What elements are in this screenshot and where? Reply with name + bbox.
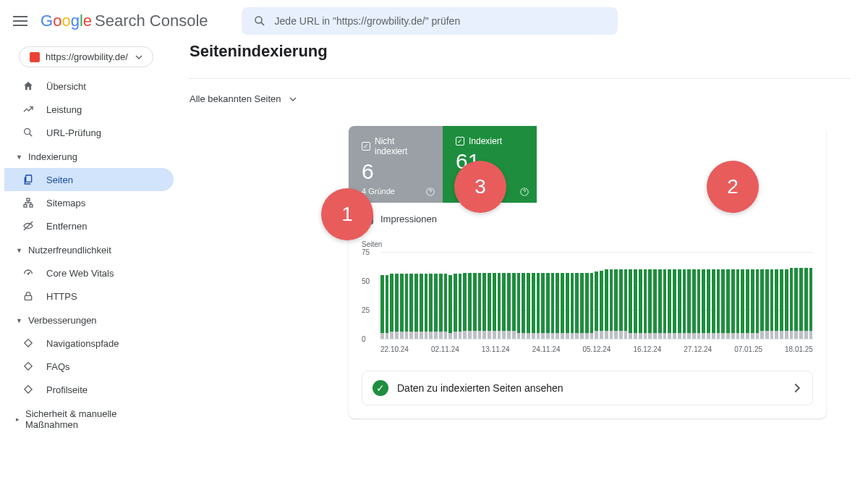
tile-not-indexed[interactable]: ✓Nicht indexiert 6 4 Gründe xyxy=(349,126,443,203)
home-icon xyxy=(22,80,35,92)
chart-bar xyxy=(663,252,668,339)
chart-bar xyxy=(522,252,526,339)
chart-bar xyxy=(751,252,755,339)
url-search-bar[interactable]: Jede URL in "https://growbility.de/" prü… xyxy=(242,7,618,35)
svg-rect-11 xyxy=(25,295,31,300)
tile-indexed[interactable]: ✓Indexiert 61 xyxy=(443,126,537,203)
chart-bar xyxy=(678,252,682,339)
hamburger-menu[interactable] xyxy=(12,12,29,30)
svg-rect-4 xyxy=(26,175,32,182)
section-enh[interactable]: ▼Verbesserungen xyxy=(4,308,174,332)
nav-item--bersicht[interactable]: Übersicht xyxy=(4,75,174,98)
nav-item-seiten[interactable]: Seiten xyxy=(4,168,174,191)
chart-bar xyxy=(502,252,506,339)
logo: Google Search Console xyxy=(41,12,208,30)
svg-point-2 xyxy=(25,129,30,135)
chart-bar xyxy=(575,252,579,339)
nav-item-leistung[interactable]: Leistung xyxy=(4,98,174,121)
chart-bar xyxy=(512,252,516,339)
chart-bar xyxy=(566,252,570,339)
chart-bar xyxy=(537,252,541,339)
nav-item-sitemaps[interactable]: Sitemaps xyxy=(4,191,174,214)
google-logo: Google xyxy=(41,12,92,30)
checkbox-icon: ✓ xyxy=(456,137,464,146)
chart-bar xyxy=(770,252,775,339)
divider xyxy=(188,78,851,79)
chart-bar xyxy=(585,252,590,339)
filter-dropdown[interactable]: Alle bekannten Seiten xyxy=(188,89,298,109)
chart-bar xyxy=(459,252,463,339)
chart-bar xyxy=(799,252,804,339)
chart-bar xyxy=(794,252,799,339)
nav-item-faqs[interactable]: FAQs xyxy=(4,355,174,378)
nav-item-navigationspfade[interactable]: Navigationspfade xyxy=(4,332,174,355)
chart-bar xyxy=(702,252,706,339)
product-name: Search Console xyxy=(95,12,208,30)
chart-bar xyxy=(648,252,652,339)
diamond-icon xyxy=(22,384,35,395)
chart-bar xyxy=(697,252,702,339)
nav-item-core-web-vitals[interactable]: Core Web Vitals xyxy=(4,261,174,285)
chart-bar xyxy=(439,252,443,339)
chart-bar xyxy=(488,252,492,339)
chart-bar xyxy=(624,252,629,339)
triangle-down-icon: ▼ xyxy=(16,317,22,324)
tile-indexed-value: 61 xyxy=(456,149,524,174)
help-icon[interactable] xyxy=(519,187,529,197)
svg-rect-6 xyxy=(24,205,27,207)
help-icon[interactable] xyxy=(425,187,435,197)
nav-item-url-pr-fung[interactable]: URL-Prüfung xyxy=(4,121,174,144)
section-security[interactable]: ▸Sicherheit & manuelle Maßnahmen xyxy=(4,401,174,436)
chart-bar xyxy=(498,252,502,339)
property-selector[interactable]: https://growbility.de/ xyxy=(19,46,153,67)
chart-bar xyxy=(493,252,497,339)
svg-rect-13 xyxy=(25,363,32,370)
chart-bar xyxy=(595,252,599,339)
chart-bar xyxy=(386,252,390,339)
search-placeholder: Jede URL in "https://growbility.de/" prü… xyxy=(275,15,461,27)
chart-bar xyxy=(580,252,584,339)
chart-bar xyxy=(532,252,536,339)
chart-bar xyxy=(741,252,745,339)
chart-bar xyxy=(668,252,672,339)
svg-rect-7 xyxy=(30,205,33,207)
sitemaps-icon xyxy=(22,197,35,209)
svg-point-10 xyxy=(27,274,28,274)
nav-item-https[interactable]: HTTPS xyxy=(4,285,174,308)
chart-bar xyxy=(634,252,638,339)
section-indexierung[interactable]: ▼Indexierung xyxy=(4,144,174,168)
chart-bar xyxy=(644,252,648,339)
diamond-icon xyxy=(22,361,35,372)
chart-bar xyxy=(448,252,453,339)
section-ux[interactable]: ▼Nutzerfreundlichkeit xyxy=(4,237,174,261)
chart-bar xyxy=(683,252,687,339)
nav-item-entfernen[interactable]: Entfernen xyxy=(4,214,174,237)
chart-bar xyxy=(605,252,609,339)
indexing-chart: Seiten 0255075 22.10.2402.11.2413.11.242… xyxy=(349,235,826,363)
chart-bar xyxy=(610,252,614,339)
svg-line-8 xyxy=(24,222,33,230)
pages-icon xyxy=(22,174,35,185)
chart-bar xyxy=(429,252,433,339)
chart-bar xyxy=(541,252,545,339)
chart-bar xyxy=(444,252,448,339)
impressions-toggle[interactable]: Impressionen xyxy=(349,203,826,235)
chart-bar xyxy=(731,252,736,339)
chart-bar xyxy=(736,252,741,339)
chart-bar xyxy=(380,252,385,339)
chart-bar xyxy=(571,252,575,339)
chart-bar xyxy=(414,252,419,339)
indexing-card: ✓Nicht indexiert 6 4 Gründe ✓Indexiert 6… xyxy=(349,126,826,418)
chart-bar xyxy=(756,252,760,339)
chevron-right-icon xyxy=(792,383,802,393)
chart-bar xyxy=(639,252,643,339)
nav-item-profilseite[interactable]: Profilseite xyxy=(4,378,174,401)
chart-bar xyxy=(629,252,633,339)
main-panel: Seitenindexierung Alle bekannten Seiten … xyxy=(174,42,868,480)
chart-bar xyxy=(804,252,809,339)
chart-bar xyxy=(400,252,404,339)
search-icon xyxy=(22,127,35,138)
chart-bar xyxy=(556,252,560,339)
search-icon xyxy=(253,14,266,28)
view-indexed-data-link[interactable]: ✓ Daten zu indexierten Seiten ansehen xyxy=(362,371,813,405)
